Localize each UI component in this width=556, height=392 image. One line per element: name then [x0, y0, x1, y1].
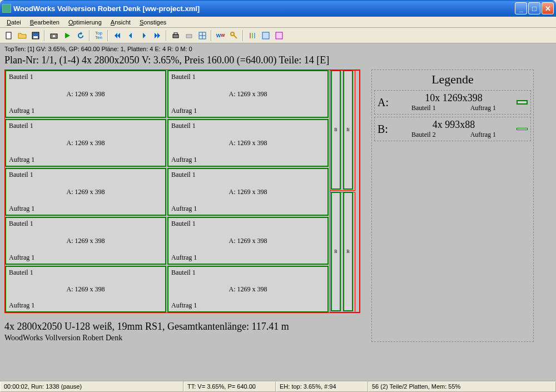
prev-button[interactable]: [124, 29, 137, 42]
topten-line: TopTen: [1] GV: 3.65%, GP: 640.00 Pläne:…: [4, 46, 552, 52]
content-area: TopTen: [1] GV: 3.65%, GP: 640.00 Pläne:…: [0, 43, 556, 381]
key-button[interactable]: [227, 29, 240, 42]
minimize-button[interactable]: _: [515, 2, 527, 14]
piece-a[interactable]: Bauteil 1A: 1269 x 398Auftrag 1: [167, 266, 329, 312]
status-mem: 56 (2) Teile/2 Platten, Mem: 55%: [368, 381, 556, 392]
camera-button[interactable]: [47, 29, 60, 42]
open-file-button[interactable]: [16, 29, 28, 42]
pattern1-button[interactable]: [259, 29, 272, 42]
piece-a[interactable]: Bauteil 1A: 1269 x 398Auftrag 1: [167, 217, 329, 265]
legend-title: Legende: [374, 72, 531, 87]
piece-a[interactable]: Bauteil 1A: 1269 x 398Auftrag 1: [167, 70, 329, 118]
piece-a[interactable]: Bauteil 1A: 1269 x 398Auftrag 1: [5, 266, 166, 312]
close-button[interactable]: ✕: [542, 2, 554, 14]
piece-a[interactable]: Bauteil 1A: 1269 x 398Auftrag 1: [167, 119, 329, 167]
plate-summary: 4x 2800x2050 U-128 weiß, 19mm RS1, Gesam…: [4, 321, 360, 333]
menu-bearbeiten[interactable]: Bearbeiten: [27, 18, 63, 27]
piece-a[interactable]: Bauteil 1A: 1269 x 398Auftrag 1: [5, 70, 166, 118]
maximize-button[interactable]: □: [528, 2, 540, 14]
menu-sonstiges[interactable]: Sonstiges: [136, 18, 170, 27]
new-file-button[interactable]: [2, 29, 15, 42]
status-tt: TT: V= 3.65%, P= 640.00: [183, 381, 276, 392]
legend-swatch-a: [517, 100, 528, 105]
menu-bar: Datei Bearbeiten Optimierung Ansicht Son…: [0, 17, 556, 28]
title-bar: WoodWorks Vollversion Robert Denk [ww-pr…: [0, 0, 556, 17]
last-button[interactable]: [151, 29, 163, 42]
svg-rect-16: [262, 32, 269, 39]
cutting-plate[interactable]: Bauteil 1A: 1269 x 398Auftrag 1 Bauteil …: [4, 70, 360, 313]
svg-rect-0: [6, 32, 11, 39]
save-button[interactable]: [29, 29, 42, 42]
play-button[interactable]: [61, 29, 73, 42]
svg-rect-17: [276, 32, 282, 39]
pattern2-button[interactable]: [272, 29, 285, 42]
svg-rect-6: [174, 33, 177, 34]
print-button[interactable]: [169, 29, 182, 42]
status-bar: 00:00:02, Run: 1338 (pause) TT: V= 3.65%…: [0, 381, 556, 392]
legend-panel: Legende A: 10x 1269x398 Bauteil 1Auftrag…: [371, 70, 534, 342]
grid-button[interactable]: [196, 29, 209, 42]
legend-row-a[interactable]: A: 10x 1269x398 Bauteil 1Auftrag 1: [374, 90, 531, 115]
window-title: WoodWorks Vollversion Robert Denk [ww-pr…: [13, 4, 200, 13]
print-preview-button[interactable]: [182, 29, 195, 42]
svg-point-4: [53, 35, 55, 37]
plan-header: Plan-Nr: 1/1, (1-4) 4x 2800x2050 V: 3.65…: [4, 54, 552, 66]
topten-button[interactable]: TopTen: [92, 29, 105, 42]
menu-datei[interactable]: Datei: [3, 18, 24, 27]
status-runtime: 00:00:02, Run: 1338 (pause): [0, 381, 183, 392]
sliders-button[interactable]: [246, 29, 259, 42]
app-icon: [2, 4, 11, 13]
piece-a[interactable]: Bauteil 1A: 1269 x 398Auftrag 1: [5, 168, 166, 216]
refresh-button[interactable]: [74, 29, 87, 42]
first-button[interactable]: [111, 29, 123, 42]
next-button[interactable]: [137, 29, 150, 42]
status-eh: EH: top: 3.65%, #:94: [276, 381, 368, 392]
legend-swatch-b: [517, 128, 528, 130]
legend-row-b[interactable]: B: 4x 993x88 Bauteil 2Auftrag 1: [374, 117, 531, 141]
menu-optimierung[interactable]: Optimierung: [65, 18, 105, 27]
piece-a[interactable]: Bauteil 1A: 1269 x 398Auftrag 1: [5, 217, 166, 265]
toolbar: TopTen WW: [0, 28, 556, 43]
piece-a[interactable]: Bauteil 1A: 1269 x 398Auftrag 1: [167, 168, 329, 216]
svg-line-12: [234, 35, 237, 38]
piece-a[interactable]: Bauteil 1A: 1269 x 398Auftrag 1: [5, 119, 166, 167]
menu-ansicht[interactable]: Ansicht: [107, 18, 134, 27]
svg-rect-7: [186, 34, 192, 38]
ww-button[interactable]: WW: [214, 29, 227, 42]
svg-rect-2: [33, 36, 38, 38]
svg-rect-5: [173, 34, 178, 38]
vendor-line: WoodWorks Vollversion Robert Denk: [4, 334, 360, 343]
